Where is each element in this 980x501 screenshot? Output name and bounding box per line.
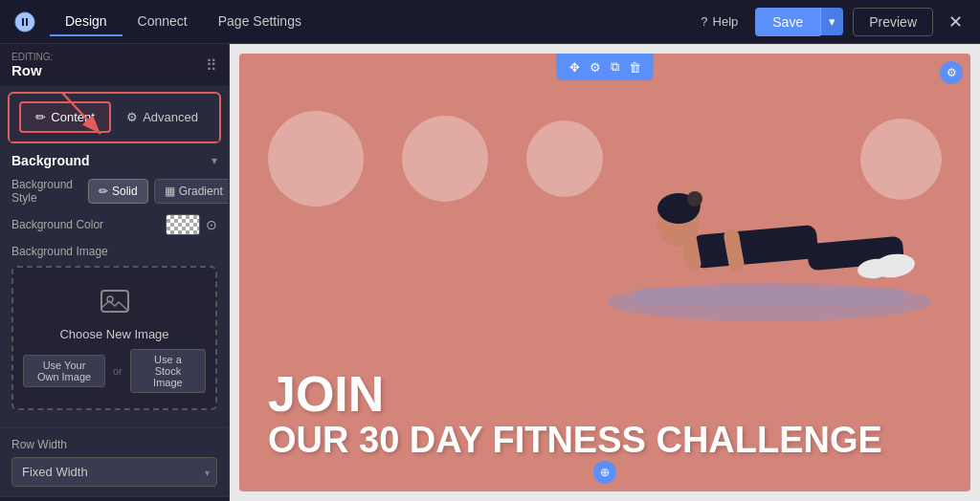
style-buttons: ✏ Solid ▦ Gradient (88, 179, 230, 204)
svg-rect-2 (101, 291, 128, 312)
background-chevron-icon: ▾ (212, 154, 217, 167)
circle-1 (268, 111, 364, 207)
delete-icon[interactable]: 🗑 (626, 58, 644, 76)
save-button-group: Save ▾ (755, 8, 843, 36)
use-stock-image-button[interactable]: Use a Stock Image (130, 349, 206, 393)
top-nav: Design Connect Page Settings ? Help Save… (0, 0, 980, 44)
drag-handle-icon[interactable]: ⠿ (206, 56, 217, 75)
left-panel: EDITING: Row ⠿ ✏ Content ⚙ Advanced (0, 44, 230, 501)
background-color-row: Background Color ⊙ (11, 214, 217, 235)
gradient-button[interactable]: ▦ Gradient (154, 179, 230, 204)
solid-icon: ✏ (99, 185, 108, 198)
bottom-toolbar: ⚙ 🌐 ↺ ↺ ↻ 📱 (0, 496, 229, 501)
background-style-row: Background Style ✏ Solid ▦ Gradient (11, 178, 217, 205)
banner-bottom-handle[interactable]: ⊕ (593, 461, 616, 484)
handle-icon: ⊕ (600, 466, 610, 479)
nav-tabs: Design Connect Page Settings (50, 8, 317, 36)
logo (11, 9, 38, 35)
background-color-label: Background Color (11, 218, 166, 231)
row-width-section: Row Width Fixed Width Full Width ▾ (0, 428, 229, 496)
chevron-down-icon: ▾ (829, 14, 835, 29)
row-width-label: Row Width (11, 438, 217, 451)
editing-title: Row (11, 62, 53, 78)
banner-settings-icon: ⚙ (947, 66, 957, 79)
join-text: JOIN (268, 369, 882, 419)
panel-header: EDITING: Row ⠿ (0, 44, 229, 86)
image-upload-box[interactable]: Choose New Image Use Your Own Image or U… (11, 266, 217, 410)
gear-icon[interactable]: ⚙ (587, 58, 604, 76)
save-dropdown-button[interactable]: ▾ (820, 8, 843, 35)
banner-text: JOIN OUR 30 DAY FITNESS CHALLENGE (268, 369, 882, 463)
background-style-label: Background Style (11, 178, 88, 205)
pencil-icon: ✏ (35, 110, 46, 124)
color-picker-icon[interactable]: ⊙ (206, 217, 217, 232)
question-icon: ? (701, 14, 707, 29)
nav-right: ? Help Save ▾ Preview ✕ (693, 8, 969, 36)
background-image-label: Background Image (11, 245, 217, 258)
image-upload-icon (98, 283, 132, 321)
nav-tab-design[interactable]: Design (50, 8, 122, 36)
editing-label: EDITING: (11, 52, 53, 62)
save-button[interactable]: Save (755, 8, 820, 36)
solid-button[interactable]: ✏ Solid (88, 179, 148, 204)
preview-button[interactable]: Preview (853, 8, 933, 36)
fitness-woman-image (588, 82, 951, 331)
move-icon[interactable]: ✥ (567, 58, 583, 76)
circle-2 (402, 116, 488, 202)
color-swatch[interactable] (166, 214, 200, 235)
gradient-icon: ▦ (165, 185, 175, 198)
help-button[interactable]: ? Help (693, 11, 746, 33)
background-section: Background ▾ Background Style ✏ Solid ▦ … (0, 143, 229, 428)
background-section-title: Background (11, 153, 90, 168)
nav-tab-page-settings[interactable]: Page Settings (203, 8, 317, 36)
svg-line-1 (62, 93, 100, 134)
challenge-text: OUR 30 DAY FITNESS CHALLENGE (268, 419, 882, 463)
banner-toolbar: ✥ ⚙ ⧉ 🗑 (557, 54, 654, 80)
background-section-header[interactable]: Background ▾ (11, 153, 217, 168)
width-select[interactable]: Fixed Width Full Width (11, 457, 217, 487)
close-button[interactable]: ✕ (943, 10, 969, 34)
background-image-section: Background Image Choose New Image Use Yo… (11, 245, 217, 410)
svg-rect-5 (635, 288, 903, 305)
color-swatch-wrap: ⊙ (166, 214, 217, 235)
canvas-inner: ✥ ⚙ ⧉ 🗑 ⚙ (230, 54, 980, 501)
copy-icon[interactable]: ⧉ (608, 57, 622, 76)
fitness-banner[interactable]: ✥ ⚙ ⧉ 🗑 ⚙ (239, 54, 970, 491)
nav-tab-connect[interactable]: Connect (122, 8, 203, 36)
choose-image-text: Choose New Image (59, 327, 168, 341)
use-own-image-button[interactable]: Use Your Own Image (23, 355, 105, 387)
width-select-wrap: Fixed Width Full Width ▾ (11, 457, 217, 487)
main-area: EDITING: Row ⠿ ✏ Content ⚙ Advanced (0, 44, 980, 501)
upload-options: Use Your Own Image or Use a Stock Image (23, 349, 206, 393)
canvas-area: ✥ ⚙ ⧉ 🗑 ⚙ (230, 44, 980, 501)
svg-rect-6 (692, 225, 819, 269)
annotation-arrow (53, 88, 129, 145)
or-text: or (113, 365, 122, 377)
svg-point-13 (687, 191, 702, 207)
editing-info: EDITING: Row (11, 52, 53, 78)
banner-settings-button[interactable]: ⚙ (940, 61, 963, 84)
